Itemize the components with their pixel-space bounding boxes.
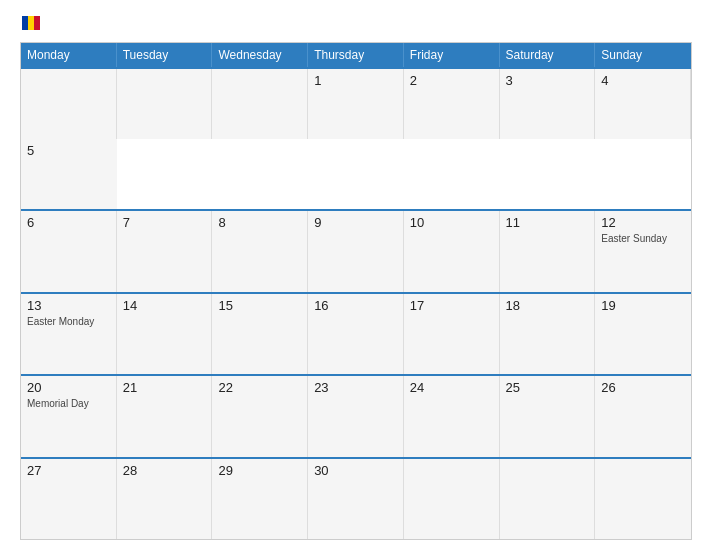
- day-event: Easter Sunday: [601, 232, 685, 245]
- calendar-cell: 24: [404, 376, 500, 457]
- day-number: 14: [123, 298, 206, 313]
- day-number: 21: [123, 380, 206, 395]
- calendar-cell: 14: [117, 294, 213, 375]
- day-number: 30: [314, 463, 397, 478]
- calendar-cell: 28: [117, 459, 213, 540]
- calendar-cell: 29: [212, 459, 308, 540]
- calendar-cell: 12Easter Sunday: [595, 211, 691, 292]
- calendar-cell: 17: [404, 294, 500, 375]
- svg-rect-2: [34, 16, 40, 30]
- calendar-cell: 16: [308, 294, 404, 375]
- day-number: 23: [314, 380, 397, 395]
- week-row-2: 6789101112Easter Sunday: [21, 209, 691, 292]
- week-row-3: 13Easter Monday141516171819: [21, 292, 691, 375]
- calendar-cell: 3: [500, 69, 596, 139]
- svg-rect-1: [28, 16, 34, 30]
- day-number: 4: [601, 73, 684, 88]
- day-number: 20: [27, 380, 110, 395]
- day-number: 7: [123, 215, 206, 230]
- calendar-cell: 9: [308, 211, 404, 292]
- weekday-header-sunday: Sunday: [595, 43, 691, 67]
- calendar-cell: 7: [117, 211, 213, 292]
- day-event: Memorial Day: [27, 397, 110, 410]
- calendar-cell: 6: [21, 211, 117, 292]
- day-number: 3: [506, 73, 589, 88]
- weekday-header-thursday: Thursday: [308, 43, 404, 67]
- calendar-header: MondayTuesdayWednesdayThursdayFridaySatu…: [21, 43, 691, 67]
- calendar-cell: [117, 69, 213, 139]
- calendar-cell: 4: [595, 69, 691, 139]
- calendar-cell: 8: [212, 211, 308, 292]
- day-number: 25: [506, 380, 589, 395]
- day-number: 12: [601, 215, 685, 230]
- calendar-cell: 23: [308, 376, 404, 457]
- day-number: 18: [506, 298, 589, 313]
- calendar-cell: 18: [500, 294, 596, 375]
- day-number: 22: [218, 380, 301, 395]
- calendar-cell: 21: [117, 376, 213, 457]
- calendar-cell: 19: [595, 294, 691, 375]
- calendar-cell: [21, 69, 117, 139]
- calendar-cell: 30: [308, 459, 404, 540]
- calendar-cell: 15: [212, 294, 308, 375]
- flag-icon: [22, 16, 40, 30]
- day-number: 24: [410, 380, 493, 395]
- calendar-cell: 5: [21, 139, 117, 209]
- weekday-header-friday: Friday: [404, 43, 500, 67]
- calendar-cell: 10: [404, 211, 500, 292]
- week-row-4: 20Memorial Day212223242526: [21, 374, 691, 457]
- day-number: 1: [314, 73, 397, 88]
- logo: [20, 16, 40, 32]
- weekday-header-tuesday: Tuesday: [117, 43, 213, 67]
- calendar-cell: [212, 69, 308, 139]
- calendar-cell: 1: [308, 69, 404, 139]
- day-number: 16: [314, 298, 397, 313]
- calendar: MondayTuesdayWednesdayThursdayFridaySatu…: [20, 42, 692, 540]
- day-number: 8: [218, 215, 301, 230]
- day-number: 27: [27, 463, 110, 478]
- weekday-header-monday: Monday: [21, 43, 117, 67]
- calendar-cell: [500, 459, 596, 540]
- day-number: 28: [123, 463, 206, 478]
- day-number: 19: [601, 298, 685, 313]
- calendar-cell: 22: [212, 376, 308, 457]
- calendar-cell: [595, 459, 691, 540]
- day-number: 26: [601, 380, 685, 395]
- calendar-cell: 25: [500, 376, 596, 457]
- calendar-body: 123456789101112Easter Sunday13Easter Mon…: [21, 67, 691, 539]
- calendar-cell: 26: [595, 376, 691, 457]
- day-number: 6: [27, 215, 110, 230]
- calendar-cell: 20Memorial Day: [21, 376, 117, 457]
- day-number: 5: [27, 143, 111, 158]
- svg-rect-0: [22, 16, 28, 30]
- day-number: 11: [506, 215, 589, 230]
- day-number: 29: [218, 463, 301, 478]
- weekday-header-saturday: Saturday: [500, 43, 596, 67]
- weekday-header-wednesday: Wednesday: [212, 43, 308, 67]
- calendar-cell: 27: [21, 459, 117, 540]
- day-number: 13: [27, 298, 110, 313]
- page-header: [20, 16, 692, 32]
- day-number: 9: [314, 215, 397, 230]
- calendar-cell: 2: [404, 69, 500, 139]
- day-number: 2: [410, 73, 493, 88]
- calendar-cell: 11: [500, 211, 596, 292]
- calendar-cell: 13Easter Monday: [21, 294, 117, 375]
- day-number: 10: [410, 215, 493, 230]
- day-event: Easter Monday: [27, 315, 110, 328]
- day-number: 17: [410, 298, 493, 313]
- calendar-cell: [404, 459, 500, 540]
- week-row-1: 12345: [21, 67, 691, 209]
- week-row-5: 27282930: [21, 457, 691, 540]
- day-number: 15: [218, 298, 301, 313]
